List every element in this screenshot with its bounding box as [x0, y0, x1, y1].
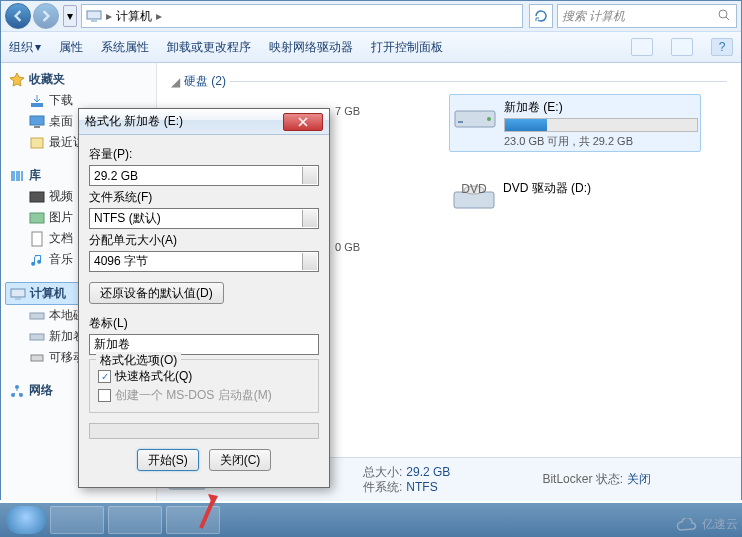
hdd-icon [29, 308, 45, 324]
search-input[interactable]: 搜索 计算机 [557, 4, 737, 28]
svg-point-2 [719, 10, 727, 18]
tb-control-panel[interactable]: 打开控制面板 [371, 39, 443, 56]
svg-text:DVD: DVD [461, 182, 487, 196]
restore-defaults-button[interactable]: 还原设备的默认值(D) [89, 282, 224, 304]
document-icon [29, 231, 45, 247]
msdos-checkbox[interactable]: 创建一个 MS-DOS 启动盘(M) [98, 387, 310, 404]
refresh-button[interactable] [529, 4, 553, 28]
hdd-icon [29, 329, 45, 345]
svg-rect-3 [31, 103, 43, 107]
video-icon [29, 189, 45, 205]
dialog-titlebar[interactable]: 格式化 新加卷 (E:) [79, 109, 329, 135]
svg-rect-16 [30, 334, 44, 340]
svg-rect-11 [30, 213, 44, 223]
nav-back-button[interactable] [5, 3, 31, 29]
status-size-v: 29.2 GB [406, 465, 450, 479]
dvd-icon: DVD [452, 180, 496, 216]
search-placeholder: 搜索 计算机 [562, 8, 625, 25]
close-button[interactable]: 关闭(C) [209, 449, 272, 471]
status-fs-k: 件系统: [363, 480, 402, 494]
cloud-icon [676, 518, 698, 532]
taskbar-item[interactable] [50, 506, 104, 534]
svg-rect-22 [458, 121, 463, 123]
drive-label: DVD 驱动器 (D:) [503, 178, 699, 197]
nav-forward-button[interactable] [33, 3, 59, 29]
svg-rect-4 [30, 116, 44, 125]
format-options-label: 格式化选项(O) [96, 352, 181, 369]
tb-preview-button[interactable] [671, 38, 693, 56]
svg-rect-17 [31, 355, 43, 361]
library-icon [9, 168, 25, 184]
filesystem-select[interactable]: NTFS (默认) [89, 208, 319, 229]
progress-bar [89, 423, 319, 439]
computer-icon [10, 286, 26, 302]
drive-stats: 23.0 GB 可用 , 共 29.2 GB [504, 134, 698, 149]
tb-organize[interactable]: 组织 ▾ [9, 39, 41, 56]
tb-sys-properties[interactable]: 系统属性 [101, 39, 149, 56]
sidebar-favorites[interactable]: 收藏夹 [5, 69, 152, 90]
network-icon [9, 383, 25, 399]
picture-icon [29, 210, 45, 226]
tb-map-drive[interactable]: 映射网络驱动器 [269, 39, 353, 56]
tb-uninstall[interactable]: 卸载或更改程序 [167, 39, 251, 56]
taskbar-item[interactable] [166, 506, 220, 534]
capacity-select[interactable]: 29.2 GB [89, 165, 319, 186]
svg-rect-0 [87, 11, 101, 19]
filesystem-label: 文件系统(F) [89, 189, 319, 206]
download-icon [29, 93, 45, 109]
address-bar: ▾ ▸ 计算机 ▸ 搜索 计算机 [1, 1, 741, 31]
status-size-k: 总大小: [363, 465, 402, 479]
svg-rect-13 [11, 289, 25, 297]
breadcrumb-computer[interactable]: 计算机 [116, 8, 152, 25]
quick-format-checkbox[interactable]: ✓快速格式化(Q) [98, 368, 310, 385]
tb-properties[interactable]: 属性 [59, 39, 83, 56]
svg-point-20 [15, 385, 19, 389]
drive-dvd[interactable]: DVD DVD 驱动器 (D:) [449, 176, 701, 220]
tb-help-button[interactable]: ? [711, 38, 733, 56]
star-icon [9, 72, 25, 88]
drive-0gb: 0 GB [335, 241, 360, 253]
allocation-select[interactable]: 4096 字节 [89, 251, 319, 272]
status-fs-v: NTFS [406, 480, 437, 494]
svg-rect-1 [91, 20, 97, 22]
music-icon [29, 252, 45, 268]
recent-icon [29, 135, 45, 151]
tb-view-button[interactable] [631, 38, 653, 56]
search-icon [716, 7, 732, 23]
toolbar: 组织 ▾ 属性 系统属性 卸载或更改程序 映射网络驱动器 打开控制面板 ? [1, 31, 741, 63]
removable-icon [29, 350, 45, 366]
drive-system-size: 7 GB [335, 105, 360, 117]
computer-icon [86, 8, 102, 24]
svg-rect-15 [30, 313, 44, 319]
taskbar-item[interactable] [108, 506, 162, 534]
format-dialog: 格式化 新加卷 (E:) 容量(P): 29.2 GB 文件系统(F) NTFS… [78, 108, 330, 488]
hdd-icon [453, 99, 497, 135]
status-bl-k: BitLocker 状态: [542, 472, 623, 486]
nav-history-dropdown[interactable]: ▾ [63, 5, 77, 27]
start-button[interactable]: 开始(S) [137, 449, 199, 471]
capacity-label: 容量(P): [89, 146, 319, 163]
svg-rect-8 [16, 171, 20, 181]
svg-rect-14 [15, 298, 21, 300]
svg-rect-9 [21, 171, 23, 181]
breadcrumb[interactable]: ▸ 计算机 ▸ [81, 4, 523, 28]
svg-rect-12 [32, 232, 42, 246]
status-bl-v: 关闭 [627, 472, 651, 486]
start-button[interactable] [6, 506, 46, 534]
drive-usage-bar [504, 118, 698, 132]
taskbar [0, 503, 742, 537]
refresh-icon [533, 8, 549, 24]
svg-point-23 [487, 117, 491, 121]
svg-rect-5 [34, 126, 40, 128]
watermark: 亿速云 [676, 516, 738, 533]
svg-rect-6 [31, 138, 43, 148]
volume-label-label: 卷标(L) [89, 315, 319, 332]
dialog-close-button[interactable] [283, 113, 323, 131]
desktop-icon [29, 114, 45, 130]
drive-label: 新加卷 (E:) [504, 97, 698, 116]
dialog-title: 格式化 新加卷 (E:) [85, 113, 283, 130]
allocation-label: 分配单元大小(A) [89, 232, 319, 249]
drive-newvolume[interactable]: 新加卷 (E:) 23.0 GB 可用 , 共 29.2 GB [449, 94, 701, 152]
section-header-hdd[interactable]: ◢ 硬盘 (2) [171, 73, 727, 94]
svg-rect-10 [30, 192, 44, 202]
